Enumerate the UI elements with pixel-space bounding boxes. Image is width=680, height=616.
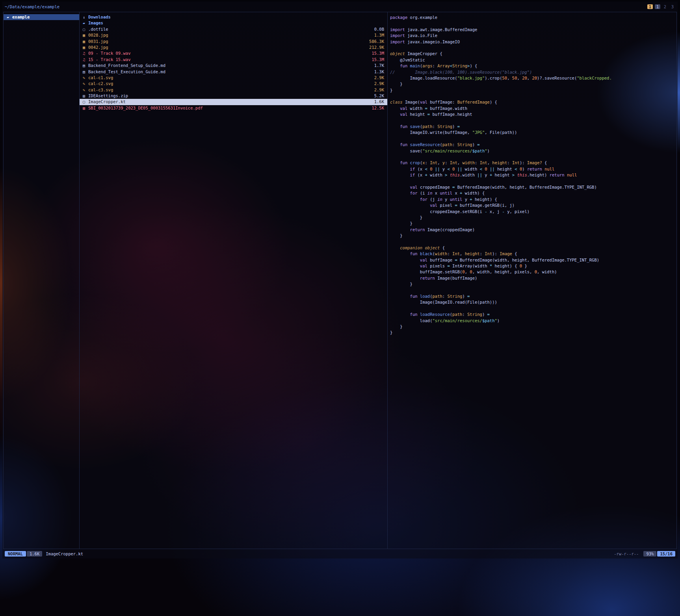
file-name: 0031.jpg xyxy=(88,39,366,45)
file-row[interactable]: ▥SBI_0032013739_2023_DE05_0003155631Invo… xyxy=(80,105,387,111)
code-line: } xyxy=(390,221,676,226)
file-row[interactable]: ✎cal-c3.svg2.9K xyxy=(80,87,387,93)
code-line: class Image(val buffImage: BufferedImage… xyxy=(390,99,676,105)
file-row[interactable]: ✎cal-c2.svg2.9K xyxy=(80,81,387,87)
file-name: 0042.jpg xyxy=(88,45,366,50)
header-bar: ~/Data/example/example 1123 xyxy=(2,2,678,12)
audio-icon: ♫ xyxy=(83,57,88,63)
code-line: } xyxy=(390,215,676,221)
code-line: val pixel = buffImage.getRGB(i, j) xyxy=(390,202,676,208)
code-line: if (x < 0 || y < 0 || width < 0 || heigh… xyxy=(390,166,676,172)
status-bar-left: NORMAL 1.6K ImageCropper.kt xyxy=(5,551,83,557)
code-line xyxy=(390,306,676,312)
file-name: example xyxy=(12,14,73,20)
file-size: 212.9K xyxy=(369,45,384,50)
file-size: 1.6K xyxy=(374,99,384,105)
code-line: for (j in y until y + height) { xyxy=(390,197,676,202)
file-row[interactable]: ♫15 - Track 15.wav15.3M xyxy=(80,57,387,63)
file-row[interactable]: ▢.dotfile0.0B xyxy=(80,26,387,32)
file-name: 09 - Track 09.wav xyxy=(88,50,368,56)
code-line: fun crop(x: Int, y: Int, width: Int, hei… xyxy=(390,160,676,166)
code-line: buffImage.setRGB(0, 0, width, height, pi… xyxy=(390,269,676,275)
code-line: fun load(path: String) = xyxy=(390,293,676,299)
code-line: fun saveResource(path: String) = xyxy=(390,142,676,148)
file-name: Images xyxy=(88,20,381,26)
code-line: fun black(width: Int, height: Int): Imag… xyxy=(390,251,676,257)
file-size: 12.5K xyxy=(372,105,384,111)
vector-icon: ✎ xyxy=(83,81,88,87)
file-row[interactable]: ▢ImageCropper.kt1.6K xyxy=(80,99,387,105)
file-row[interactable]: ▤Backend_Test_Execution_Guide.md1.3K xyxy=(80,69,387,75)
code-line xyxy=(390,154,676,160)
file-size: 586.3K xyxy=(369,39,384,45)
code-line xyxy=(390,136,676,142)
file-name: .dotfile xyxy=(88,26,371,32)
code-line: } xyxy=(390,233,676,239)
tab-4[interactable]: 3 xyxy=(670,4,675,9)
file-row[interactable]: ♫09 - Track 09.wav15.3M xyxy=(80,50,387,56)
code-line: @JvmStatic xyxy=(390,57,676,63)
archive-icon: ▧ xyxy=(83,93,88,99)
code-line: val buffImage = BufferedImage(width, hei… xyxy=(390,257,676,263)
tab-2[interactable]: 1 xyxy=(655,4,660,9)
file-name: Backend_Test_Execution_Guide.md xyxy=(88,69,371,75)
file-size: 1.7K xyxy=(374,63,384,69)
download-icon: ↓ xyxy=(83,14,88,20)
code-line: val pixels = IntArray(width * height) { … xyxy=(390,263,676,269)
file-preview-pane: package org.example import java.awt.imag… xyxy=(388,12,676,549)
tab-1[interactable]: 1 xyxy=(647,4,653,9)
code-line: } xyxy=(390,281,676,287)
folder-icon: ▰ xyxy=(7,14,12,20)
file-row[interactable]: ▰Images xyxy=(80,20,387,26)
tab-3[interactable]: 2 xyxy=(662,4,668,9)
code-line: import java.awt.image.BufferedImage xyxy=(390,27,676,33)
code-line: return Image(croppedImage) xyxy=(390,227,676,233)
image-icon: ▦ xyxy=(83,39,88,45)
file-name: cal-c1.svg xyxy=(88,75,371,81)
file-row[interactable]: ✎cal-c1.svg2.9K xyxy=(80,75,387,81)
code-line xyxy=(390,20,676,26)
vector-icon: ✎ xyxy=(83,87,88,93)
code-line: return Image(buffImage) xyxy=(390,275,676,281)
file-size: 0.0B xyxy=(374,26,384,32)
parent-directory-pane: ▰example xyxy=(4,12,80,549)
file-row[interactable]: ↓Downloads xyxy=(80,14,387,20)
image-icon: ▦ xyxy=(83,32,88,38)
code-line: package org.example xyxy=(390,15,676,20)
code-line: fun save(path: String) = xyxy=(390,124,676,130)
file-name: cal-c2.svg xyxy=(88,81,371,87)
file-row[interactable]: ▧IDEAsettings.zip5.2K xyxy=(80,93,387,99)
file-row[interactable]: ▦0028.jpg1.3M xyxy=(80,32,387,38)
file-row[interactable]: ▤Backend_Frontend_Setup_Guide.md1.7K xyxy=(80,63,387,69)
panes-container: ▰example ↓Downloads▰Images▢.dotfile0.0B▦… xyxy=(3,12,677,549)
tab-bar: 1123 xyxy=(645,4,675,9)
file-size: 5.2K xyxy=(374,93,384,99)
code-line: save("src/main/resources/$path") xyxy=(390,148,676,154)
status-bar: NORMAL 1.6K ImageCropper.kt -rw-r--r-- 9… xyxy=(3,550,677,557)
audio-icon: ♫ xyxy=(83,50,88,56)
code-line: val width = buffImage.width xyxy=(390,106,676,111)
file-name: 15 - Track 15.wav xyxy=(88,57,368,63)
pdf-icon: ▥ xyxy=(83,105,88,111)
file-row[interactable]: ▦0042.jpg212.9K xyxy=(80,45,387,50)
parent-item[interactable]: ▰example xyxy=(4,14,79,20)
markdown-icon: ▤ xyxy=(83,69,88,75)
file-name: ImageCropper.kt xyxy=(88,99,371,105)
file-name: Backend_Frontend_Setup_Guide.md xyxy=(88,63,371,69)
file-row[interactable]: ▦0031.jpg586.3K xyxy=(80,39,387,45)
code-line: fun main(args: Array<String>) { xyxy=(390,63,676,69)
breadcrumb-path: ~/Data/example/example xyxy=(5,4,59,9)
code-line: } xyxy=(390,324,676,330)
file-size-badge: 1.6K xyxy=(27,551,42,557)
code-line: } xyxy=(390,87,676,93)
file-name: 0028.jpg xyxy=(88,32,371,38)
image-icon: ▦ xyxy=(83,45,88,50)
scroll-percent-badge: 93% xyxy=(643,551,656,557)
code-line: } xyxy=(390,330,676,336)
file-list-pane: ↓Downloads▰Images▢.dotfile0.0B▦0028.jpg1… xyxy=(80,12,388,549)
code-icon: ▢ xyxy=(83,99,88,105)
code-line xyxy=(390,239,676,245)
file-name: IDEAsettings.zip xyxy=(88,93,371,99)
code-line: fun loadResource(path: String) = xyxy=(390,312,676,317)
code-line xyxy=(390,178,676,184)
